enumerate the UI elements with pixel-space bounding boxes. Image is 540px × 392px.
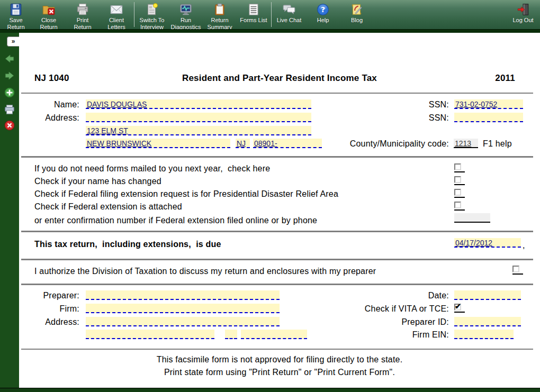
spouse-ssn-field[interactable] bbox=[454, 113, 523, 122]
print-return-button[interactable]: PrintReturn bbox=[66, 2, 100, 30]
live-chat-button[interactable]: Live Chat bbox=[272, 2, 306, 24]
preparer-city-field[interactable] bbox=[86, 330, 214, 339]
toolbar-item-label: Blog bbox=[351, 17, 363, 24]
confirmation-label: or enter confirmation number if Federal … bbox=[34, 216, 317, 225]
address-label: Address: bbox=[19, 113, 79, 123]
divider bbox=[21, 349, 533, 350]
nj1040-form-page: NJ 1040 Resident and Part-Year Resident … bbox=[19, 33, 540, 388]
address-value bbox=[86, 113, 311, 113]
city-field[interactable]: NEW BRUNSWICK bbox=[86, 139, 230, 148]
return-summary-button[interactable]: ReturnSummary bbox=[203, 2, 237, 30]
authorization-label: I authorize the Division of Taxation to … bbox=[34, 267, 376, 276]
preparer-id-value bbox=[454, 317, 521, 317]
back-button[interactable] bbox=[4, 53, 15, 65]
name-changed-checkbox[interactable] bbox=[454, 176, 465, 185]
street-field[interactable]: 123 ELM ST bbox=[86, 126, 311, 135]
floppy-disk-icon bbox=[9, 2, 23, 17]
add-form-button[interactable] bbox=[4, 87, 15, 98]
f1-help-text: F1 help bbox=[483, 139, 512, 149]
facsimile-notice-line2: Print state form using "Print Return" or… bbox=[19, 368, 540, 377]
divider bbox=[21, 284, 533, 285]
preparer-state-value bbox=[225, 330, 237, 330]
spouse-ssn-label: SSN: bbox=[343, 113, 449, 123]
confirmation-number-field[interactable] bbox=[454, 213, 490, 223]
svg-text:?: ? bbox=[321, 5, 325, 14]
logout-door-icon bbox=[516, 2, 530, 17]
firm-name-value bbox=[86, 304, 280, 304]
client-letters-button[interactable]: ClientLetters bbox=[100, 2, 133, 30]
option-label: Check if Federal filing extension reques… bbox=[34, 189, 338, 199]
toolbar-separator bbox=[134, 2, 134, 27]
form-title: Resident and Part-Year Resident Income T… bbox=[19, 73, 540, 84]
toolbar-item-label: Save bbox=[7, 17, 24, 24]
ssn-value: 731-02-0752 bbox=[454, 99, 523, 108]
name-label: Name: bbox=[19, 100, 79, 110]
envelope-icon bbox=[110, 2, 123, 17]
run-diagnostics-button[interactable]: RunDiagnostics bbox=[169, 2, 203, 30]
state-field[interactable]: NJ bbox=[236, 139, 250, 148]
toolbar-item-label: Help bbox=[317, 17, 329, 24]
back-arrow-icon bbox=[4, 57, 15, 66]
firm-label: Firm: bbox=[19, 304, 79, 314]
toolbar-separator bbox=[271, 2, 272, 27]
preparer-label: Preparer: bbox=[19, 291, 79, 300]
street-value: 123 ELM ST bbox=[86, 126, 311, 135]
toolbar-item-label: Live Chat bbox=[277, 17, 301, 24]
extension-attached-checkbox[interactable] bbox=[454, 202, 465, 211]
delete-form-button[interactable] bbox=[4, 120, 15, 131]
zip-field[interactable]: 08901- bbox=[253, 139, 322, 148]
print-form-button[interactable] bbox=[4, 104, 15, 115]
zip-value: 08901- bbox=[253, 139, 322, 148]
firm-ein-field[interactable] bbox=[454, 330, 514, 339]
spouse-ssn-value bbox=[454, 113, 523, 113]
check-mark-icon: ✔ bbox=[455, 302, 461, 311]
help-button[interactable]: ? Help bbox=[306, 2, 340, 24]
preparer-date-value bbox=[454, 290, 521, 291]
preparer-address-label: Address: bbox=[19, 317, 79, 327]
blog-button[interactable]: Blog bbox=[340, 2, 374, 24]
city-value: NEW BRUNSWICK bbox=[86, 139, 230, 148]
switch-to-interview-button[interactable]: Switch ToInterview bbox=[135, 2, 169, 30]
state-value: NJ bbox=[236, 139, 250, 148]
forward-button[interactable] bbox=[4, 70, 15, 81]
name-value: DAVIS DOUGLAS bbox=[86, 99, 311, 108]
forms-list-button[interactable]: Forms List bbox=[237, 2, 271, 24]
preparer-name-field[interactable] bbox=[86, 290, 280, 300]
blog-icon bbox=[350, 2, 364, 17]
preparer-id-label: Preparer ID: bbox=[343, 317, 449, 327]
name-field[interactable]: DAVIS DOUGLAS bbox=[86, 99, 311, 109]
ssn-field[interactable]: 731-02-0752 bbox=[454, 99, 523, 109]
preparer-zip-field[interactable] bbox=[241, 330, 307, 339]
form-year: 2011 bbox=[495, 73, 515, 84]
firm-name-field[interactable] bbox=[86, 304, 280, 313]
toolbar-item-label: Print bbox=[74, 17, 91, 24]
address-field[interactable] bbox=[86, 113, 311, 122]
log-out-button[interactable]: Log Out bbox=[506, 2, 540, 24]
vita-tce-checkbox[interactable]: ✔ bbox=[454, 304, 465, 313]
add-plus-icon bbox=[4, 91, 15, 100]
county-code-field[interactable]: 1213 bbox=[454, 139, 478, 148]
top-toolbar: SaveReturn CloseReturn PrintReturn bbox=[0, 0, 540, 29]
expand-panel-tab[interactable]: » bbox=[7, 37, 19, 47]
authorize-preparer-checkbox[interactable] bbox=[512, 266, 523, 275]
preparer-state-field[interactable] bbox=[225, 330, 237, 339]
preparer-date-field[interactable] bbox=[454, 290, 521, 300]
printer-icon bbox=[76, 2, 89, 17]
forward-arrow-icon bbox=[4, 74, 15, 83]
close-return-button[interactable]: CloseReturn bbox=[32, 2, 66, 30]
divider bbox=[21, 231, 533, 232]
disaster-relief-checkbox[interactable] bbox=[454, 189, 465, 198]
date-label: Date: bbox=[343, 291, 449, 300]
preparer-id-field[interactable] bbox=[454, 317, 521, 326]
divider bbox=[21, 156, 533, 158]
firm-ein-value bbox=[454, 330, 514, 330]
forms-mailed-checkbox[interactable] bbox=[454, 163, 465, 172]
toolbar-item-label: Forms List bbox=[240, 17, 267, 24]
preparer-address-field[interactable] bbox=[86, 317, 280, 326]
save-return-button[interactable]: SaveReturn bbox=[0, 2, 32, 30]
county-code-label: County/Municipality code: bbox=[316, 139, 449, 149]
diagnostics-monitor-icon bbox=[179, 2, 193, 17]
due-date-field[interactable]: 04/17/2012 bbox=[454, 238, 521, 248]
ssn-label: SSN: bbox=[343, 100, 449, 110]
left-sidebar: » bbox=[0, 33, 19, 392]
